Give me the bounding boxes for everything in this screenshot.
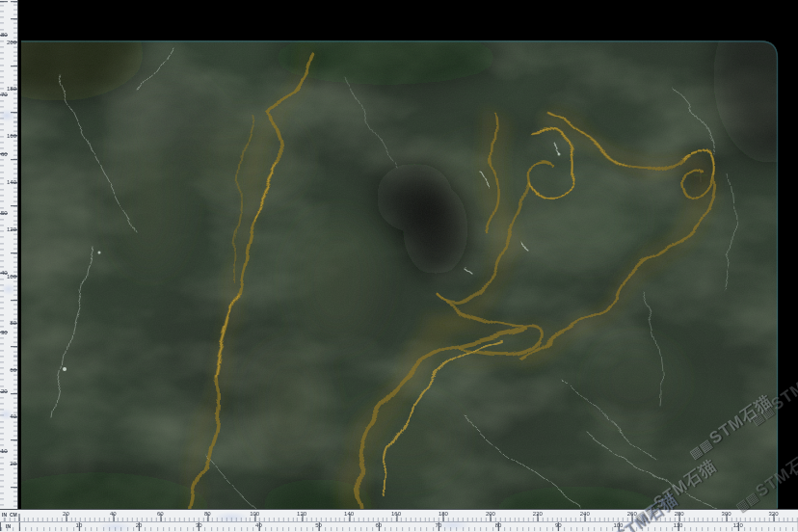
ruler-label-cm: 280 bbox=[675, 511, 684, 517]
ruler-label-in: 30 bbox=[196, 522, 202, 528]
slab-image bbox=[0, 0, 798, 532]
ruler-label-in: 50 bbox=[315, 522, 322, 528]
ruler-label-cm: 80 bbox=[204, 511, 211, 517]
ruler-label-cm: 260 bbox=[627, 511, 637, 517]
ruler-label-in: 50 bbox=[1, 210, 8, 216]
ruler-label-in: 110 bbox=[674, 522, 683, 528]
ruler-label-in: 80 bbox=[495, 522, 502, 528]
ruler-label-in: 30 bbox=[1, 330, 8, 335]
ruler-label-in: 40 bbox=[1, 270, 8, 276]
ruler-label-in: 90 bbox=[555, 522, 562, 528]
ruler-label-in: 60 bbox=[1, 151, 8, 157]
ruler-label-cm: 20 bbox=[63, 511, 69, 517]
ruler-label-cm: 100 bbox=[250, 511, 259, 517]
ruler-label-in: 10 bbox=[76, 522, 83, 528]
ruler-label-cm: 160 bbox=[391, 511, 401, 517]
ruler-label-cm: 140 bbox=[7, 179, 16, 185]
ruler-label-cm: 120 bbox=[297, 511, 306, 517]
ruler-label-in: 80 bbox=[1, 32, 8, 38]
unit-label-cm: CM bbox=[10, 512, 17, 518]
ruler-label-cm: 180 bbox=[439, 511, 448, 517]
bottom-ruler-inch-row: IN 102030405060708090100110120 bbox=[0, 521, 798, 532]
ruler-label-cm: 220 bbox=[533, 511, 543, 517]
unit-label-in-2: IN bbox=[6, 523, 11, 529]
ruler-label-in: 20 bbox=[1, 388, 8, 394]
ruler-label-cm: 120 bbox=[7, 226, 16, 232]
left-ruler-inch-major-ticks bbox=[0, 0, 8, 509]
ruler-label-cm: 140 bbox=[344, 511, 354, 517]
ruler-label-in: 70 bbox=[1, 92, 8, 97]
ruler-label-in: 120 bbox=[733, 522, 743, 528]
ruler-label-cm: 40 bbox=[10, 413, 16, 419]
ruler-label-cm: 200 bbox=[7, 40, 16, 45]
ruler-label-cm: 80 bbox=[10, 320, 16, 326]
slab-scan-viewport: 20018016014012010080604020 8070605040302… bbox=[0, 0, 798, 532]
ruler-label-cm: 60 bbox=[157, 511, 164, 517]
slab-texture bbox=[0, 0, 798, 532]
ruler-label-cm: 100 bbox=[7, 274, 16, 279]
ruler-label-in: 10 bbox=[1, 448, 8, 454]
ruler-label-cm: 60 bbox=[10, 367, 16, 373]
unit-label-in: IN bbox=[2, 512, 7, 518]
ruler-label-cm: 240 bbox=[580, 511, 590, 517]
ruler-label-cm: 320 bbox=[769, 511, 779, 517]
ruler-label-cm: 40 bbox=[110, 511, 117, 517]
ruler-label-in: 100 bbox=[613, 522, 623, 528]
ruler-label-in: 60 bbox=[375, 522, 382, 528]
ruler-label-cm: 160 bbox=[7, 133, 16, 139]
left-ruler-cm-major-ticks bbox=[11, 0, 17, 509]
ruler-left: 20018016014012010080604020 8070605040302… bbox=[0, 0, 18, 509]
ruler-label-in: 40 bbox=[255, 522, 262, 528]
ruler-label-in: 20 bbox=[136, 522, 143, 528]
ruler-label-cm: 300 bbox=[722, 511, 732, 517]
ruler-label-in: 70 bbox=[436, 522, 442, 528]
ruler-label-cm: 20 bbox=[10, 461, 16, 466]
ruler-bottom: IN CM 2040608010012014016018020022024026… bbox=[0, 509, 798, 532]
ruler-label-cm: 200 bbox=[486, 511, 495, 517]
ruler-label-cm: 180 bbox=[7, 86, 16, 92]
